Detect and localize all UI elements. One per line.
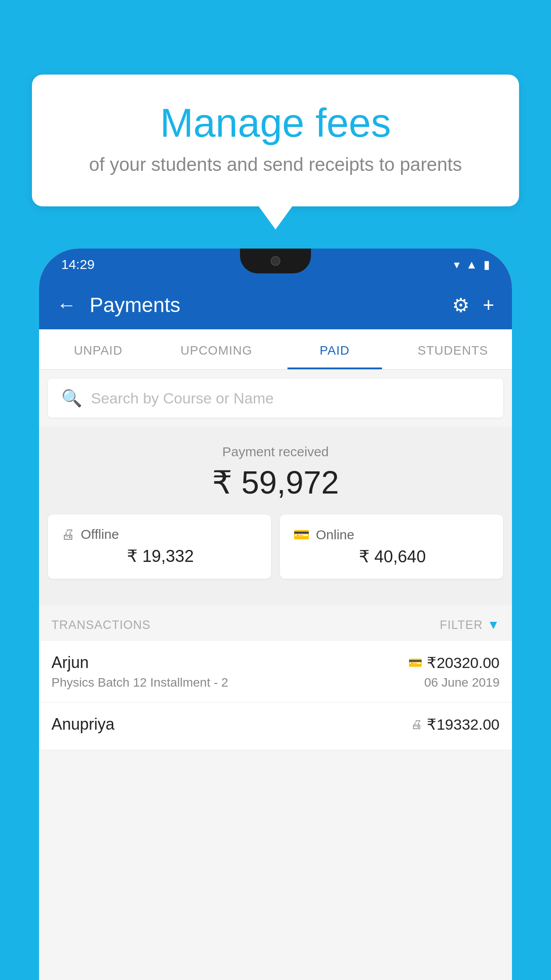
payment-received-section: Payment received ₹ 59,972 🖨 Offline ₹ 19… xyxy=(39,427,512,605)
transaction-amount-1: ₹20320.00 xyxy=(427,654,500,672)
settings-button[interactable]: ⚙ xyxy=(452,294,469,316)
filter-area[interactable]: FILTER ▼ xyxy=(440,618,500,632)
transaction-course-1: Physics Batch 12 Installment - 2 xyxy=(51,676,228,690)
transactions-label: TRANSACTIONS xyxy=(51,618,151,632)
payment-received-label: Payment received xyxy=(39,444,512,459)
tab-upcoming[interactable]: UPCOMING xyxy=(157,329,276,369)
wifi-icon: ▾ xyxy=(454,258,460,272)
filter-icon: ▼ xyxy=(487,618,500,632)
phone-screen: 14:29 ▾ ▲ ▮ ← Payments ⚙ + UNPAID UPCOMI… xyxy=(39,249,512,980)
offline-amount: ₹ 19,332 xyxy=(61,546,258,566)
search-bar[interactable]: 🔍 Search by Course or Name xyxy=(48,379,503,418)
camera xyxy=(271,256,280,266)
status-icons: ▾ ▲ ▮ xyxy=(454,258,490,272)
tab-unpaid[interactable]: UNPAID xyxy=(39,329,157,369)
tab-students[interactable]: STUDENTS xyxy=(394,329,512,369)
transaction-amount-area-1: 💳 ₹20320.00 xyxy=(408,654,500,672)
payment-cards: 🖨 Offline ₹ 19,332 💳 Online ₹ 40,640 xyxy=(39,514,512,592)
bubble-subtitle: of your students and send receipts to pa… xyxy=(67,154,484,175)
transaction-row[interactable]: Anupriya 🖨 ₹19332.00 xyxy=(39,703,512,750)
transaction-top-2: Anupriya 🖨 ₹19332.00 xyxy=(51,715,500,734)
offline-label: Offline xyxy=(81,527,119,542)
online-amount: ₹ 40,640 xyxy=(293,547,490,566)
filter-label: FILTER xyxy=(440,618,483,632)
tab-paid[interactable]: PAID xyxy=(276,329,394,369)
search-icon: 🔍 xyxy=(61,388,82,408)
transaction-bottom-1: Physics Batch 12 Installment - 2 06 June… xyxy=(51,676,500,690)
offline-icon: 🖨 xyxy=(61,527,75,542)
speech-bubble: Manage fees of your students and send re… xyxy=(32,75,519,206)
transaction-date-1: 06 June 2019 xyxy=(424,676,500,690)
signal-icon: ▲ xyxy=(466,258,477,272)
notch xyxy=(240,249,311,273)
app-bar: ← Payments ⚙ + xyxy=(39,281,512,329)
back-button[interactable]: ← xyxy=(57,294,76,316)
app-bar-title: Payments xyxy=(90,293,439,317)
phone-frame: 14:29 ▾ ▲ ▮ ← Payments ⚙ + UNPAID UPCOMI… xyxy=(39,249,512,980)
transaction-name-2: Anupriya xyxy=(51,715,114,734)
transaction-row[interactable]: Arjun 💳 ₹20320.00 Physics Batch 12 Insta… xyxy=(39,641,512,703)
transaction-amount-area-2: 🖨 ₹19332.00 xyxy=(411,715,500,733)
offline-card-header: 🖨 Offline xyxy=(61,527,258,542)
transactions-header: TRANSACTIONS FILTER ▼ xyxy=(39,605,512,641)
transaction-type-icon-2: 🖨 xyxy=(411,718,422,731)
search-input[interactable]: Search by Course or Name xyxy=(91,390,274,407)
status-time: 14:29 xyxy=(61,257,94,272)
transaction-amount-2: ₹19332.00 xyxy=(427,715,500,733)
online-icon: 💳 xyxy=(293,527,310,542)
battery-icon: ▮ xyxy=(484,258,490,272)
add-button[interactable]: + xyxy=(483,294,494,316)
payment-received-amount: ₹ 59,972 xyxy=(39,464,512,501)
screen-content: UNPAID UPCOMING PAID STUDENTS 🔍 Search b… xyxy=(39,329,512,980)
offline-payment-card: 🖨 Offline ₹ 19,332 xyxy=(48,514,271,579)
online-label: Online xyxy=(316,527,354,542)
transaction-type-icon-1: 💳 xyxy=(408,656,422,670)
online-payment-card: 💳 Online ₹ 40,640 xyxy=(280,514,503,579)
tabs: UNPAID UPCOMING PAID STUDENTS xyxy=(39,329,512,370)
transaction-top-1: Arjun 💳 ₹20320.00 xyxy=(51,653,500,672)
transaction-name-1: Arjun xyxy=(51,653,89,672)
online-card-header: 💳 Online xyxy=(293,527,490,542)
bubble-title: Manage fees xyxy=(67,101,484,145)
status-bar: 14:29 ▾ ▲ ▮ xyxy=(39,249,512,281)
